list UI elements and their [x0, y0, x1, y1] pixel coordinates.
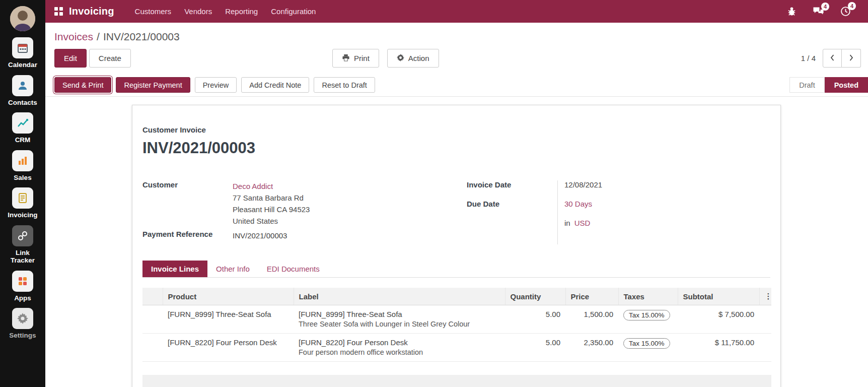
menu-vendors[interactable]: Vendors [178, 0, 219, 23]
tab-other-info[interactable]: Other Info [207, 261, 258, 277]
quantity-cell[interactable]: 5.00 [505, 305, 565, 334]
column-header-price[interactable]: Price [565, 288, 618, 305]
messages-icon[interactable]: 4 [813, 7, 824, 17]
app-name[interactable]: Invoicing [69, 6, 114, 17]
customer-value: Deco Addict 77 Santa Barbara Rd Pleasant… [233, 180, 310, 227]
pager-next-button[interactable] [842, 49, 861, 68]
register-payment-button[interactable]: Register Payment [116, 77, 190, 93]
send-and-print-button[interactable]: Send & Print [54, 77, 111, 93]
breadcrumb-current: INV/2021/00003 [103, 31, 180, 42]
navbar-systray: 4 4 [787, 6, 859, 17]
calendar-app-icon [12, 37, 33, 58]
breadcrumb-parent-link[interactable]: Invoices [54, 31, 93, 42]
price-cell[interactable]: 1,500.00 [565, 305, 618, 334]
action-content: Invoices/INV/2021/00003 Edit Create Prin… [45, 23, 868, 387]
optional-columns-icon[interactable]: ⋮ [759, 288, 771, 305]
tab-edi-documents[interactable]: EDI Documents [258, 261, 328, 277]
currency-row: inUSD [564, 219, 602, 238]
tab-invoice-lines[interactable]: Invoice Lines [142, 261, 207, 277]
empty-filler-row [142, 375, 771, 387]
invoice-fields: Customer Deco Addict 77 Santa Barbara Rd… [142, 180, 770, 244]
table-row[interactable]: [FURN_8999] Three-Seat Sofa [FURN_8999] … [142, 305, 771, 334]
activities-badge: 4 [848, 2, 856, 10]
product-cell[interactable]: [FURN_8220] Four Person Desk [163, 334, 294, 362]
preview-button[interactable]: Preview [195, 77, 237, 93]
price-cell[interactable]: 2,350.00 [565, 334, 618, 362]
breadcrumb-separator: / [97, 31, 100, 42]
contacts-app-icon [12, 75, 33, 96]
currency-link[interactable]: USD [574, 219, 591, 227]
customer-link[interactable]: Deco Addict [233, 180, 310, 192]
status-step-posted[interactable]: Posted [825, 77, 868, 93]
label-cell[interactable]: [FURN_8220] Four Person Desk Four person… [294, 334, 505, 362]
app-sidebar: Calendar Contacts CRM Sales Invoicing [0, 0, 45, 387]
customer-label: Customer [142, 180, 233, 227]
taxes-cell: Tax 15.00% [618, 334, 678, 362]
tax-badge[interactable]: Tax 15.00% [623, 338, 670, 349]
row-handle-cell [142, 305, 163, 334]
sidebar-item-sales[interactable]: Sales [0, 150, 45, 182]
print-button[interactable]: Print [332, 49, 379, 68]
sidebar-item-contacts[interactable]: Contacts [0, 75, 45, 107]
currency-in-label: in [564, 219, 570, 227]
taxes-cell: Tax 15.00% [618, 305, 678, 334]
menu-configuration[interactable]: Configuration [264, 0, 322, 23]
invoice-date-value: 12/08/2021 [564, 180, 602, 200]
apps-app-icon [12, 271, 33, 292]
subtotal-cell: $ 11,750.00 [678, 334, 759, 362]
line-description: Three Seater Sofa with Lounger in Steel … [299, 320, 500, 328]
column-header-subtotal[interactable]: Subtotal [678, 288, 759, 305]
sidebar-item-label: Apps [13, 294, 32, 302]
sidebar-item-settings[interactable]: Settings [0, 308, 45, 340]
column-header-label[interactable]: Label [294, 288, 505, 305]
breadcrumb: Invoices/INV/2021/00003 [45, 23, 868, 47]
sidebar-item-crm[interactable]: CRM [0, 112, 45, 144]
customer-address-line: 77 Santa Barbara Rd [233, 192, 310, 204]
activity-clock-icon[interactable]: 4 [840, 6, 851, 17]
sales-app-icon [12, 150, 33, 171]
invoice-number: INV/2021/00003 [142, 139, 770, 157]
column-header-taxes[interactable]: Taxes [618, 288, 678, 305]
column-header-product[interactable]: Product [163, 288, 294, 305]
table-header-row: Product Label Quantity Price Taxes Subto… [142, 288, 771, 305]
control-panel: Edit Create Print Action 1 / 4 [45, 47, 868, 74]
sheet-area: Customer Invoice INV/2021/00003 Customer… [45, 97, 868, 387]
sidebar-item-link-tracker[interactable]: Link Tracker [0, 225, 45, 265]
apps-menu-icon[interactable] [54, 7, 63, 16]
tax-badge[interactable]: Tax 15.00% [623, 310, 670, 320]
menu-customers[interactable]: Customers [128, 0, 178, 23]
sidebar-item-invoicing[interactable]: Invoicing [0, 187, 45, 219]
document-type-label: Customer Invoice [142, 125, 770, 134]
table-row[interactable]: [FURN_8220] Four Person Desk [FURN_8220]… [142, 334, 771, 362]
label-cell[interactable]: [FURN_8999] Three-Seat Sofa Three Seater… [294, 305, 505, 334]
sidebar-item-calendar[interactable]: Calendar [0, 37, 45, 69]
status-pipeline: Draft Posted [789, 77, 868, 93]
handle-column-header [142, 288, 163, 305]
main-column: Invoicing Customers Vendors Reporting Co… [45, 0, 868, 387]
fields-left-group: Customer Deco Addict 77 Santa Barbara Rd… [142, 180, 467, 244]
status-step-draft[interactable]: Draft [789, 77, 824, 93]
avatar-photo [10, 6, 35, 31]
action-button[interactable]: Action [387, 49, 439, 68]
column-header-quantity[interactable]: Quantity [505, 288, 565, 305]
debug-bug-icon[interactable] [787, 7, 797, 16]
pager: 1 / 4 [801, 49, 861, 68]
printer-icon [342, 54, 350, 63]
sidebar-item-label: Sales [13, 174, 32, 182]
user-avatar[interactable] [10, 6, 35, 31]
sidebar-item-label: Calendar [7, 61, 38, 69]
menu-reporting[interactable]: Reporting [219, 0, 264, 23]
product-cell[interactable]: [FURN_8999] Three-Seat Sofa [163, 305, 294, 334]
quantity-cell[interactable]: 5.00 [505, 334, 565, 362]
sidebar-item-apps[interactable]: Apps [0, 271, 45, 302]
sidebar-item-label: Contacts [7, 99, 38, 107]
reset-to-draft-button[interactable]: Reset to Draft [314, 77, 375, 93]
edit-button[interactable]: Edit [54, 49, 87, 68]
add-credit-note-button[interactable]: Add Credit Note [241, 77, 309, 93]
due-date-value[interactable]: 30 Days [564, 200, 602, 219]
payment-reference-value: INV/2021/00003 [233, 230, 287, 241]
app-root: Calendar Contacts CRM Sales Invoicing [0, 0, 868, 387]
top-navbar: Invoicing Customers Vendors Reporting Co… [45, 0, 868, 23]
pager-previous-button[interactable] [823, 49, 842, 68]
create-button[interactable]: Create [89, 49, 131, 68]
